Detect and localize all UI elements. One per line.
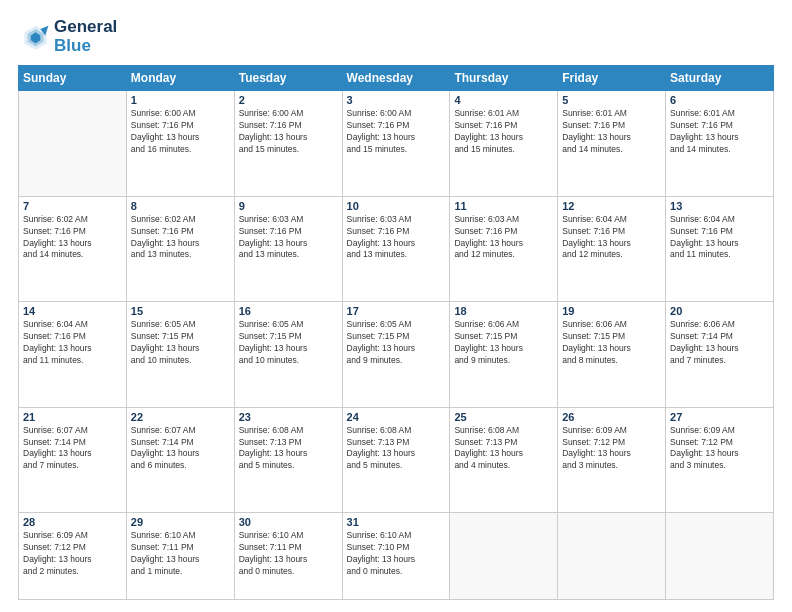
day-number: 4 — [454, 94, 553, 106]
calendar-cell: 15Sunrise: 6:05 AM Sunset: 7:15 PM Dayli… — [126, 302, 234, 407]
weekday-header: Sunday — [19, 66, 127, 91]
calendar-cell: 24Sunrise: 6:08 AM Sunset: 7:13 PM Dayli… — [342, 407, 450, 512]
calendar-cell: 8Sunrise: 6:02 AM Sunset: 7:16 PM Daylig… — [126, 196, 234, 301]
day-info: Sunrise: 6:06 AM Sunset: 7:15 PM Dayligh… — [562, 319, 661, 367]
day-info: Sunrise: 6:10 AM Sunset: 7:10 PM Dayligh… — [347, 530, 446, 578]
weekday-header: Wednesday — [342, 66, 450, 91]
calendar-cell: 28Sunrise: 6:09 AM Sunset: 7:12 PM Dayli… — [19, 513, 127, 600]
calendar-cell: 11Sunrise: 6:03 AM Sunset: 7:16 PM Dayli… — [450, 196, 558, 301]
day-number: 30 — [239, 516, 338, 528]
day-info: Sunrise: 6:05 AM Sunset: 7:15 PM Dayligh… — [347, 319, 446, 367]
day-number: 7 — [23, 200, 122, 212]
calendar-cell — [666, 513, 774, 600]
day-number: 20 — [670, 305, 769, 317]
calendar-cell: 18Sunrise: 6:06 AM Sunset: 7:15 PM Dayli… — [450, 302, 558, 407]
day-number: 25 — [454, 411, 553, 423]
day-info: Sunrise: 6:00 AM Sunset: 7:16 PM Dayligh… — [347, 108, 446, 156]
day-info: Sunrise: 6:06 AM Sunset: 7:14 PM Dayligh… — [670, 319, 769, 367]
day-number: 2 — [239, 94, 338, 106]
day-number: 5 — [562, 94, 661, 106]
day-info: Sunrise: 6:04 AM Sunset: 7:16 PM Dayligh… — [562, 214, 661, 262]
day-number: 22 — [131, 411, 230, 423]
day-info: Sunrise: 6:07 AM Sunset: 7:14 PM Dayligh… — [131, 425, 230, 473]
day-number: 9 — [239, 200, 338, 212]
day-number: 27 — [670, 411, 769, 423]
day-info: Sunrise: 6:08 AM Sunset: 7:13 PM Dayligh… — [347, 425, 446, 473]
day-number: 18 — [454, 305, 553, 317]
day-info: Sunrise: 6:00 AM Sunset: 7:16 PM Dayligh… — [239, 108, 338, 156]
calendar-cell: 5Sunrise: 6:01 AM Sunset: 7:16 PM Daylig… — [558, 91, 666, 196]
calendar-cell: 10Sunrise: 6:03 AM Sunset: 7:16 PM Dayli… — [342, 196, 450, 301]
day-info: Sunrise: 6:02 AM Sunset: 7:16 PM Dayligh… — [131, 214, 230, 262]
calendar-table: SundayMondayTuesdayWednesdayThursdayFrid… — [18, 65, 774, 600]
calendar-cell: 16Sunrise: 6:05 AM Sunset: 7:15 PM Dayli… — [234, 302, 342, 407]
calendar-cell: 29Sunrise: 6:10 AM Sunset: 7:11 PM Dayli… — [126, 513, 234, 600]
weekday-header: Thursday — [450, 66, 558, 91]
calendar-cell: 7Sunrise: 6:02 AM Sunset: 7:16 PM Daylig… — [19, 196, 127, 301]
day-number: 6 — [670, 94, 769, 106]
day-info: Sunrise: 6:05 AM Sunset: 7:15 PM Dayligh… — [131, 319, 230, 367]
day-info: Sunrise: 6:01 AM Sunset: 7:16 PM Dayligh… — [562, 108, 661, 156]
day-info: Sunrise: 6:02 AM Sunset: 7:16 PM Dayligh… — [23, 214, 122, 262]
header: General Blue — [18, 18, 774, 55]
day-number: 23 — [239, 411, 338, 423]
day-info: Sunrise: 6:08 AM Sunset: 7:13 PM Dayligh… — [239, 425, 338, 473]
day-number: 12 — [562, 200, 661, 212]
day-number: 14 — [23, 305, 122, 317]
weekday-header: Saturday — [666, 66, 774, 91]
calendar-cell: 23Sunrise: 6:08 AM Sunset: 7:13 PM Dayli… — [234, 407, 342, 512]
logo-text: General Blue — [54, 18, 117, 55]
calendar-cell — [558, 513, 666, 600]
day-number: 15 — [131, 305, 230, 317]
day-info: Sunrise: 6:06 AM Sunset: 7:15 PM Dayligh… — [454, 319, 553, 367]
calendar-cell: 26Sunrise: 6:09 AM Sunset: 7:12 PM Dayli… — [558, 407, 666, 512]
day-info: Sunrise: 6:08 AM Sunset: 7:13 PM Dayligh… — [454, 425, 553, 473]
day-number: 31 — [347, 516, 446, 528]
day-info: Sunrise: 6:04 AM Sunset: 7:16 PM Dayligh… — [670, 214, 769, 262]
calendar-cell: 22Sunrise: 6:07 AM Sunset: 7:14 PM Dayli… — [126, 407, 234, 512]
day-info: Sunrise: 6:10 AM Sunset: 7:11 PM Dayligh… — [131, 530, 230, 578]
weekday-header: Monday — [126, 66, 234, 91]
calendar-cell: 9Sunrise: 6:03 AM Sunset: 7:16 PM Daylig… — [234, 196, 342, 301]
day-number: 10 — [347, 200, 446, 212]
day-info: Sunrise: 6:07 AM Sunset: 7:14 PM Dayligh… — [23, 425, 122, 473]
day-number: 3 — [347, 94, 446, 106]
calendar-cell: 21Sunrise: 6:07 AM Sunset: 7:14 PM Dayli… — [19, 407, 127, 512]
calendar-cell: 13Sunrise: 6:04 AM Sunset: 7:16 PM Dayli… — [666, 196, 774, 301]
day-number: 21 — [23, 411, 122, 423]
calendar-cell — [19, 91, 127, 196]
day-number: 26 — [562, 411, 661, 423]
calendar-cell: 31Sunrise: 6:10 AM Sunset: 7:10 PM Dayli… — [342, 513, 450, 600]
calendar-cell: 2Sunrise: 6:00 AM Sunset: 7:16 PM Daylig… — [234, 91, 342, 196]
day-info: Sunrise: 6:04 AM Sunset: 7:16 PM Dayligh… — [23, 319, 122, 367]
day-number: 28 — [23, 516, 122, 528]
day-info: Sunrise: 6:05 AM Sunset: 7:15 PM Dayligh… — [239, 319, 338, 367]
logo-icon — [18, 21, 50, 53]
day-info: Sunrise: 6:01 AM Sunset: 7:16 PM Dayligh… — [670, 108, 769, 156]
day-number: 17 — [347, 305, 446, 317]
day-info: Sunrise: 6:10 AM Sunset: 7:11 PM Dayligh… — [239, 530, 338, 578]
calendar-cell: 17Sunrise: 6:05 AM Sunset: 7:15 PM Dayli… — [342, 302, 450, 407]
day-number: 13 — [670, 200, 769, 212]
calendar-cell: 4Sunrise: 6:01 AM Sunset: 7:16 PM Daylig… — [450, 91, 558, 196]
day-number: 29 — [131, 516, 230, 528]
day-number: 11 — [454, 200, 553, 212]
calendar-cell: 1Sunrise: 6:00 AM Sunset: 7:16 PM Daylig… — [126, 91, 234, 196]
day-number: 8 — [131, 200, 230, 212]
calendar-cell: 14Sunrise: 6:04 AM Sunset: 7:16 PM Dayli… — [19, 302, 127, 407]
day-info: Sunrise: 6:09 AM Sunset: 7:12 PM Dayligh… — [562, 425, 661, 473]
day-info: Sunrise: 6:09 AM Sunset: 7:12 PM Dayligh… — [670, 425, 769, 473]
calendar-cell: 12Sunrise: 6:04 AM Sunset: 7:16 PM Dayli… — [558, 196, 666, 301]
page: General Blue SundayMondayTuesdayWednesda… — [0, 0, 792, 612]
logo: General Blue — [18, 18, 117, 55]
day-number: 16 — [239, 305, 338, 317]
day-info: Sunrise: 6:03 AM Sunset: 7:16 PM Dayligh… — [454, 214, 553, 262]
calendar-cell: 19Sunrise: 6:06 AM Sunset: 7:15 PM Dayli… — [558, 302, 666, 407]
day-number: 24 — [347, 411, 446, 423]
day-info: Sunrise: 6:03 AM Sunset: 7:16 PM Dayligh… — [239, 214, 338, 262]
day-info: Sunrise: 6:09 AM Sunset: 7:12 PM Dayligh… — [23, 530, 122, 578]
day-number: 1 — [131, 94, 230, 106]
weekday-header: Tuesday — [234, 66, 342, 91]
calendar-cell: 20Sunrise: 6:06 AM Sunset: 7:14 PM Dayli… — [666, 302, 774, 407]
day-info: Sunrise: 6:01 AM Sunset: 7:16 PM Dayligh… — [454, 108, 553, 156]
